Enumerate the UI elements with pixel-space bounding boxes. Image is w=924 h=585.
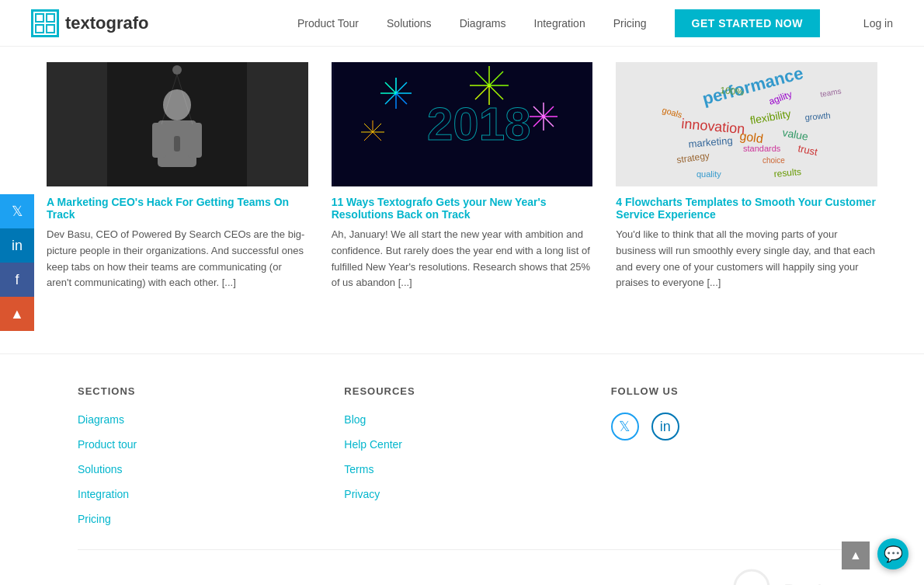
svg-text:choice: choice bbox=[762, 156, 785, 165]
chat-icon: 💬 bbox=[884, 545, 903, 563]
svg-rect-7 bbox=[152, 123, 166, 158]
revain-text-logo: Revain bbox=[784, 577, 846, 585]
svg-point-10 bbox=[172, 65, 182, 75]
article-excerpt-1: Dev Basu, CEO of Powered By Search CEOs … bbox=[47, 227, 308, 291]
list-item: Product tour bbox=[78, 437, 313, 451]
logo-text: textografo bbox=[65, 13, 149, 33]
main-nav: Product Tour Solutions Diagrams Integrat… bbox=[297, 9, 893, 37]
fireworks-illustration: 2018 bbox=[334, 62, 590, 186]
footer-resources-col: RESOURCES Blog Help Center Terms Privacy bbox=[344, 385, 579, 526]
footer-bottom: Copyright 2017-2018 JADP | All Rights Re… bbox=[78, 549, 846, 585]
svg-text:100%: 100% bbox=[719, 85, 744, 98]
chat-button[interactable]: 💬 bbox=[877, 538, 908, 569]
header: textografo Product Tour Solutions Diagra… bbox=[0, 0, 924, 47]
footer-follow-col: FOLLOW US 𝕏 in bbox=[611, 385, 846, 526]
twitter-icon: 𝕏 bbox=[12, 203, 23, 220]
footer: SECTIONS Diagrams Product tour Solutions… bbox=[0, 353, 924, 585]
logo-icon bbox=[31, 9, 59, 37]
svg-text:standards: standards bbox=[743, 144, 781, 153]
footer-follow-title: FOLLOW US bbox=[611, 385, 846, 397]
article-card-3: performance innovation flexibility gold … bbox=[616, 62, 877, 291]
svg-rect-3 bbox=[47, 25, 54, 33]
footer-link-diagrams[interactable]: Diagrams bbox=[78, 413, 124, 426]
nav-pricing[interactable]: Pricing bbox=[613, 17, 647, 30]
svg-rect-2 bbox=[36, 25, 43, 33]
list-item: Diagrams bbox=[78, 413, 313, 427]
footer-sections-title: SECTIONS bbox=[78, 385, 313, 397]
logo[interactable]: textografo bbox=[31, 9, 149, 37]
article-excerpt-3: You'd like to think that all the moving … bbox=[616, 227, 877, 291]
nav-solutions[interactable]: Solutions bbox=[387, 17, 432, 30]
scroll-to-top-button[interactable]: ▲ bbox=[842, 541, 870, 569]
footer-link-help-center[interactable]: Help Center bbox=[344, 438, 402, 451]
list-item: Terms bbox=[344, 462, 579, 476]
footer-link-privacy[interactable]: Privacy bbox=[344, 488, 380, 500]
svg-rect-8 bbox=[188, 123, 202, 158]
svg-text:2018: 2018 bbox=[427, 98, 530, 150]
person-illustration bbox=[107, 62, 247, 186]
svg-text:Revain: Revain bbox=[784, 582, 830, 585]
linkedin-social-btn[interactable]: in bbox=[0, 228, 34, 263]
article-title-2[interactable]: 11 Ways Textografo Gets your New Year's … bbox=[332, 196, 593, 221]
article-image-2: 2018 bbox=[332, 62, 593, 186]
twitter-follow-icon: 𝕏 bbox=[619, 418, 630, 435]
wordcloud-illustration: performance innovation flexibility gold … bbox=[619, 62, 875, 186]
article-card-1: A Marketing CEO's Hack For Getting Teams… bbox=[47, 62, 308, 291]
footer-linkedin-link[interactable]: in bbox=[651, 413, 679, 440]
nav-diagrams[interactable]: Diagrams bbox=[460, 17, 506, 30]
follow-icons: 𝕏 in bbox=[611, 413, 846, 440]
main-content: A Marketing CEO's Hack For Getting Teams… bbox=[0, 47, 924, 353]
list-item: Privacy bbox=[344, 487, 579, 501]
revain-icon: R bbox=[730, 566, 776, 585]
chevron-up-icon: ▲ bbox=[849, 548, 862, 562]
revain-badge: R Revain bbox=[730, 566, 846, 585]
footer-resources-title: RESOURCES bbox=[344, 385, 579, 397]
article-title-1[interactable]: A Marketing CEO's Hack For Getting Teams… bbox=[47, 196, 308, 221]
list-item: Blog bbox=[344, 413, 579, 427]
list-item: Help Center bbox=[344, 437, 579, 451]
linkedin-follow-icon: in bbox=[660, 419, 671, 435]
nav-product-tour[interactable]: Product Tour bbox=[297, 17, 359, 30]
svg-rect-0 bbox=[36, 14, 43, 22]
articles-grid: A Marketing CEO's Hack For Getting Teams… bbox=[47, 62, 877, 291]
linkedin-icon: in bbox=[12, 238, 23, 254]
footer-resources-links: Blog Help Center Terms Privacy bbox=[344, 413, 579, 501]
get-started-button[interactable]: GET STARTED NOW bbox=[675, 9, 820, 37]
producthunt-icon: ▲ bbox=[10, 306, 24, 322]
footer-grid: SECTIONS Diagrams Product tour Solutions… bbox=[78, 385, 846, 526]
svg-rect-9 bbox=[174, 136, 180, 151]
twitter-social-btn[interactable]: 𝕏 bbox=[0, 194, 34, 228]
footer-link-pricing[interactable]: Pricing bbox=[78, 513, 111, 525]
producthunt-social-btn[interactable]: ▲ bbox=[0, 297, 34, 331]
footer-sections-links: Diagrams Product tour Solutions Integrat… bbox=[78, 413, 313, 526]
list-item: Integration bbox=[78, 487, 313, 501]
facebook-icon: f bbox=[15, 272, 19, 288]
footer-twitter-link[interactable]: 𝕏 bbox=[611, 413, 639, 440]
footer-sections-col: SECTIONS Diagrams Product tour Solutions… bbox=[78, 385, 313, 526]
footer-link-product-tour[interactable]: Product tour bbox=[78, 438, 137, 451]
svg-rect-1 bbox=[47, 14, 54, 22]
footer-link-integration[interactable]: Integration bbox=[78, 488, 129, 500]
article-title-3[interactable]: 4 Flowcharts Templates to Smooth Your Cu… bbox=[616, 196, 877, 221]
list-item: Pricing bbox=[78, 512, 313, 526]
list-item: Solutions bbox=[78, 462, 313, 476]
article-excerpt-2: Ah, January! We all start the new year w… bbox=[332, 227, 593, 291]
article-image-3: performance innovation flexibility gold … bbox=[616, 62, 877, 186]
article-image-1 bbox=[47, 62, 308, 186]
social-sidebar: 𝕏 in f ▲ bbox=[0, 194, 34, 331]
login-button[interactable]: Log in bbox=[863, 17, 893, 30]
svg-text:quality: quality bbox=[696, 169, 721, 179]
footer-link-terms[interactable]: Terms bbox=[344, 463, 373, 475]
footer-link-blog[interactable]: Blog bbox=[344, 413, 366, 426]
svg-point-67 bbox=[735, 570, 769, 585]
article-card-2: 2018 bbox=[332, 62, 593, 291]
nav-integration[interactable]: Integration bbox=[534, 17, 585, 30]
footer-link-solutions[interactable]: Solutions bbox=[78, 463, 123, 475]
facebook-social-btn[interactable]: f bbox=[0, 263, 34, 297]
